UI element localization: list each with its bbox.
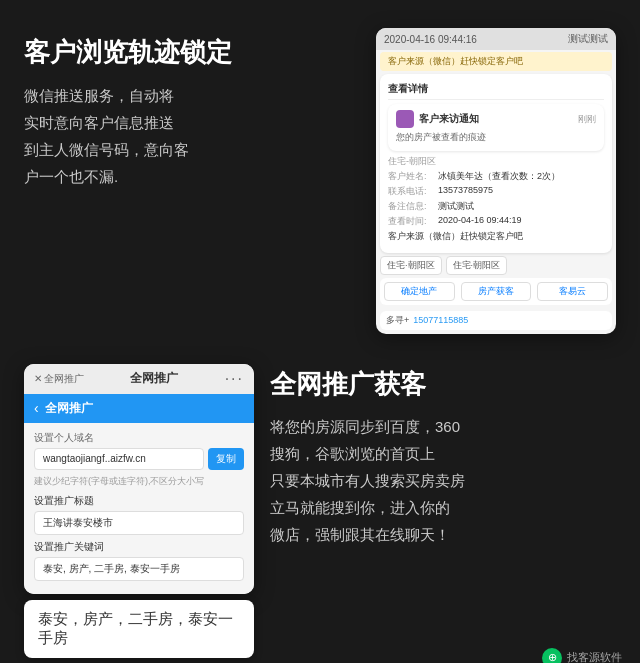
notif-row-house: 住宅-朝阳区 (388, 155, 604, 168)
wechat-copy-btn[interactable]: 复制 (208, 448, 244, 470)
wechat-label-domain: 设置个人域名 (34, 431, 244, 445)
notif-header-time: 2020-04-16 09:44:16 (384, 34, 477, 45)
wechat-header-title: 全网推广 (92, 370, 217, 387)
top-section-title: 客户浏览轨迹锁定 (24, 36, 360, 70)
notif-label-phone: 联系电话: (388, 185, 438, 198)
notif-house-tag2: 住宅·朝阳区 (446, 256, 508, 275)
bottom-right: 全网推广获客 将您的房源同步到百度，360搜狗，谷歌浏览的首页上只要本城市有人搜… (270, 364, 616, 658)
notif-val-test: 测试测试 (438, 200, 604, 213)
notif-detail-panel: 查看详情 客户来访通知 刚刚 您的房产被查看的痕迹 住宅-朝阳区 (380, 74, 612, 253)
wechat-nav-row: ‹ 全网推广 (24, 394, 254, 423)
wechat-domain-row: wangtaojiangf..aizfw.cn 复制 (34, 448, 244, 470)
wechat-form: 设置个人域名 wangtaojiangf..aizfw.cn 复制 建议少纪字符… (24, 423, 254, 594)
notif-header: 2020-04-16 09:44:16 测试测试 (376, 28, 616, 50)
notif-house-tags: 住宅·朝阳区 住宅·朝阳区 (380, 256, 612, 275)
wechat-keywords-value: 泰安, 房产, 二手房, 泰安一手房 (43, 563, 180, 574)
notif-label-test: 备注信息: (388, 200, 438, 213)
notif-visit-time: 刚刚 (578, 113, 596, 126)
notif-val-source: 客户来源（微信）赶快锁定客户吧 (388, 230, 604, 243)
wechat-label-title: 设置推广标题 (34, 494, 244, 508)
top-right: 2020-04-16 09:44:16 测试测试 客户来源（微信）赶快锁定客户吧… (376, 28, 616, 334)
wechat-header: ✕ 全网推广 全网推广 ··· (24, 364, 254, 394)
wechat-domain-hint: 建议少纪字符(字母或连字符),不区分大小写 (34, 475, 244, 488)
bottom-section: ✕ 全网推广 全网推广 ··· ‹ 全网推广 设置个人域名 wangtaojia… (0, 344, 640, 664)
notif-row-name: 客户姓名: 冰镇美年达（查看次数：2次） (388, 170, 604, 183)
wechat-title-value: 王海讲泰安楼市 (43, 517, 113, 528)
top-section: 客户浏览轨迹锁定 微信推送服务，自动将实时意向客户信息推送到主人微信号码，意向客… (0, 0, 640, 334)
top-left: 客户浏览轨迹锁定 微信推送服务，自动将实时意向客户信息推送到主人微信号码，意向客… (24, 28, 360, 334)
main-container: 客户浏览轨迹锁定 微信推送服务，自动将实时意向客户信息推送到主人微信号码，意向客… (0, 0, 640, 663)
bottom-section-desc: 将您的房源同步到百度，360搜狗，谷歌浏览的首页上只要本城市有人搜索买房卖房立马… (270, 413, 616, 548)
notif-source-text: 客户来源（微信）赶快锁定客户吧 (388, 56, 523, 66)
wechat-domain-value: wangtaojiangf..aizfw.cn (43, 453, 146, 464)
notif-visit-body: 您的房产被查看的痕迹 (396, 131, 596, 145)
wechat-domain-input[interactable]: wangtaojiangf..aizfw.cn (34, 448, 204, 470)
notif-label-house: 住宅-朝阳区 (388, 155, 438, 168)
notif-btn-confirm[interactable]: 确定地产 (384, 282, 455, 301)
keyword-box: 泰安，房产，二手房，泰安一手房 (24, 600, 254, 658)
notif-title-row: 客户来访通知 刚刚 (396, 110, 596, 128)
notif-source-row: 客户来源（微信）赶快锁定客户吧 (380, 52, 612, 71)
wechat-keywords-input[interactable]: 泰安, 房产, 二手房, 泰安一手房 (34, 557, 244, 581)
close-icon: ✕ (34, 373, 42, 384)
notif-label-time2: 查看时间: (388, 215, 438, 228)
wechat-close-btn[interactable]: ✕ 全网推广 (34, 372, 84, 386)
notif-val-name: 冰镇美年达（查看次数：2次） (438, 170, 604, 183)
wechat-panel: ✕ 全网推广 全网推广 ··· ‹ 全网推广 设置个人域名 wangtaojia… (24, 364, 254, 594)
notif-btn-get[interactable]: 房产获客 (461, 282, 532, 301)
notif-phone-label: 多寻+ (386, 314, 409, 327)
wechat-icon-symbol: ⊕ (548, 651, 557, 663)
notif-label-name: 客户姓名: (388, 170, 438, 183)
wechat-title-input[interactable]: 王海讲泰安楼市 (34, 511, 244, 535)
wechat-more-icon[interactable]: ··· (225, 370, 244, 388)
notif-icon (396, 110, 414, 128)
notif-visit-title: 客户来访通知 (419, 112, 479, 126)
notif-row-phone: 联系电话: 13573785975 (388, 185, 604, 198)
notification-panel: 2020-04-16 09:44:16 测试测试 客户来源（微信）赶快锁定客户吧… (376, 28, 616, 334)
notif-detail-title: 查看详情 (388, 82, 604, 100)
notif-phone-number: 15077115885 (413, 315, 468, 325)
bottom-section-title: 全网推广获客 (270, 368, 616, 402)
notif-house-tag1: 住宅·朝阳区 (380, 256, 442, 275)
notif-visit-item: 客户来访通知 刚刚 您的房产被查看的痕迹 (388, 104, 604, 151)
notif-row-time2: 查看时间: 2020-04-16 09:44:19 (388, 215, 604, 228)
keyword-text: 泰安，房产，二手房，泰安一手房 (38, 610, 233, 646)
notif-row-test: 备注信息: 测试测试 (388, 200, 604, 213)
notif-action-row: 确定地产 房产获客 客易云 (380, 278, 612, 305)
notif-phone-row: 多寻+ 15077115885 (380, 311, 612, 330)
notif-val-phone: 13573785975 (438, 185, 604, 198)
top-section-desc: 微信推送服务，自动将实时意向客户信息推送到主人微信号码，意向客户一个也不漏. (24, 82, 360, 190)
bottom-left: ✕ 全网推广 全网推广 ··· ‹ 全网推广 设置个人域名 wangtaojia… (24, 364, 254, 658)
notif-row-source: 客户来源（微信）赶快锁定客户吧 (388, 230, 604, 243)
watermark: ⊕ 找客源软件 (542, 648, 622, 664)
wechat-header-left-label: 全网推广 (44, 372, 84, 386)
watermark-label: 找客源软件 (567, 650, 622, 663)
wechat-label-keywords: 设置推广关键词 (34, 540, 244, 554)
wechat-nav-title: 全网推广 (45, 400, 93, 417)
wechat-nav-back-icon[interactable]: ‹ (34, 400, 39, 416)
notif-val-time2: 2020-04-16 09:44:19 (438, 215, 604, 228)
notif-header-label: 测试测试 (568, 32, 608, 46)
wechat-watermark-icon: ⊕ (542, 648, 562, 664)
notif-btn-cloud[interactable]: 客易云 (537, 282, 608, 301)
